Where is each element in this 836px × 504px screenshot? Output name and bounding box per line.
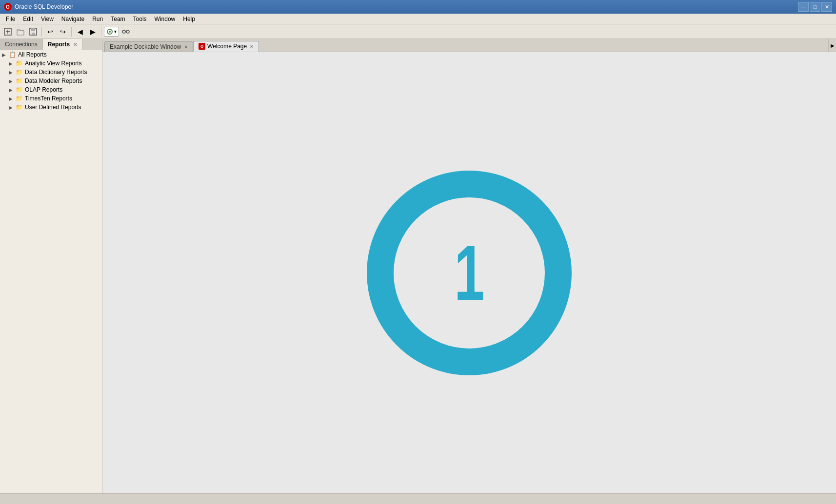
menu-navigate[interactable]: Navigate [58,15,88,23]
toolbar-connection-dropdown[interactable]: ▾ [104,27,119,37]
svg-rect-4 [31,28,35,31]
expand-icon: ▶ [9,96,16,101]
expand-icon: ▶ [9,87,16,93]
menu-window[interactable]: Window [151,15,179,23]
expand-icon: ▶ [9,70,16,75]
toolbar-back[interactable]: ◀ [74,26,86,38]
menu-file[interactable]: File [2,15,19,23]
separator-2 [71,27,72,37]
tree-label-olap-reports: OLAP Reports [25,86,62,93]
menu-view[interactable]: View [37,15,58,23]
reports-folder-icon: 📋 [9,51,16,58]
menu-bar: File Edit View Navigate Run Team Tools W… [0,14,836,24]
folder-icon: 📁 [16,78,23,84]
oracle-logo-number: 1 [454,234,484,312]
reports-tab-close[interactable]: ✕ [73,42,77,47]
title-bar: O Oracle SQL Developer ─ □ ✕ [0,0,836,14]
svg-point-9 [126,30,129,33]
main-container: Connections Reports ✕ ▶ 📋 All Reports ▶ … [0,39,836,504]
toolbar-new[interactable] [2,26,14,38]
toolbar-undo[interactable]: ↩ [44,26,56,38]
sidebar-tab-connections[interactable]: Connections [0,39,43,50]
close-button[interactable]: ✕ [821,2,832,12]
tree-label-analytic-view-reports: Analytic View Reports [25,60,82,67]
maximize-button[interactable]: □ [810,2,820,12]
expand-icon: ▶ [9,61,16,66]
tree-item-olap-reports[interactable]: ▶ 📁 OLAP Reports [0,85,102,94]
tree-label-timesten-reports: TimesTen Reports [25,95,72,102]
oracle-logo-circle: 1 [367,171,572,375]
content-area: Connections Reports ✕ ▶ 📋 All Reports ▶ … [0,39,836,493]
welcome-content: 1 [102,52,836,493]
tab-close-example[interactable]: ✕ [184,44,188,50]
menu-help[interactable]: Help [179,15,199,23]
title-bar-controls: ─ □ ✕ [798,2,832,12]
sidebar: Connections Reports ✕ ▶ 📋 All Reports ▶ … [0,39,102,493]
expand-icon: ▶ [9,78,16,84]
folder-icon: 📁 [16,95,23,102]
tab-welcome-page[interactable]: O Welcome Page ✕ [193,41,259,52]
status-bar [0,493,836,504]
folder-icon: 📁 [16,104,23,111]
svg-point-8 [122,30,125,33]
tree-item-analytic-view-reports[interactable]: ▶ 📁 Analytic View Reports [0,59,102,68]
toolbar-save[interactable] [27,26,39,38]
toolbar: ↩ ↪ ◀ ▶ ▾ [0,24,836,39]
tree-item-timesten-reports[interactable]: ▶ 📁 TimesTen Reports [0,94,102,103]
tab-label-example: Example Dockable Window [110,43,181,50]
tree-item-user-defined-reports[interactable]: ▶ 📁 User Defined Reports [0,103,102,112]
tab-example-dockable-window[interactable]: Example Dockable Window ✕ [104,41,193,52]
tab-close-welcome[interactable]: ✕ [250,44,254,49]
sidebar-tabs: Connections Reports ✕ [0,39,102,50]
separator-3 [101,27,101,37]
title-bar-left: O Oracle SQL Developer [4,3,73,11]
tree-item-data-dictionary-reports[interactable]: ▶ 📁 Data Dictionary Reports [0,68,102,77]
main-panel: Example Dockable Window ✕ O Welcome Page… [102,39,836,493]
expand-icon: ▶ [2,52,9,58]
tree-label-user-defined-reports: User Defined Reports [25,104,81,111]
tab-label-welcome: Welcome Page [207,43,247,50]
tree-label-data-dictionary-reports: Data Dictionary Reports [25,69,87,76]
reports-tree: ▶ 📋 All Reports ▶ 📁 Analytic View Report… [0,50,102,112]
toolbar-forward[interactable]: ▶ [87,26,99,38]
tree-item-data-modeler-reports[interactable]: ▶ 📁 Data Modeler Reports [0,77,102,85]
tab-scroll-right[interactable]: ▶ [828,39,836,52]
separator-1 [41,27,42,37]
menu-tools[interactable]: Tools [129,15,151,23]
tree-item-all-reports[interactable]: ▶ 📋 All Reports [0,50,102,59]
toolbar-redo[interactable]: ↪ [57,26,69,38]
folder-icon: 📁 [16,60,23,67]
folder-icon: 📁 [16,69,23,76]
menu-run[interactable]: Run [88,15,107,23]
tree-label-data-modeler-reports: Data Modeler Reports [25,78,82,84]
main-tabs: Example Dockable Window ✕ O Welcome Page… [102,39,836,52]
folder-icon: 📁 [16,86,23,93]
tree-label-all-reports: All Reports [18,51,47,58]
app-icon: O [4,3,12,11]
welcome-tab-icon: O [199,43,205,50]
expand-icon: ▶ [9,105,16,110]
svg-rect-5 [32,33,35,35]
sidebar-tab-reports[interactable]: Reports ✕ [43,39,83,50]
svg-point-7 [109,31,111,33]
menu-edit[interactable]: Edit [19,15,37,23]
menu-team[interactable]: Team [107,15,129,23]
app-title: Oracle SQL Developer [15,3,73,10]
minimize-button[interactable]: ─ [798,2,809,12]
toolbar-open[interactable] [15,26,26,38]
toolbar-extra[interactable] [120,26,132,38]
